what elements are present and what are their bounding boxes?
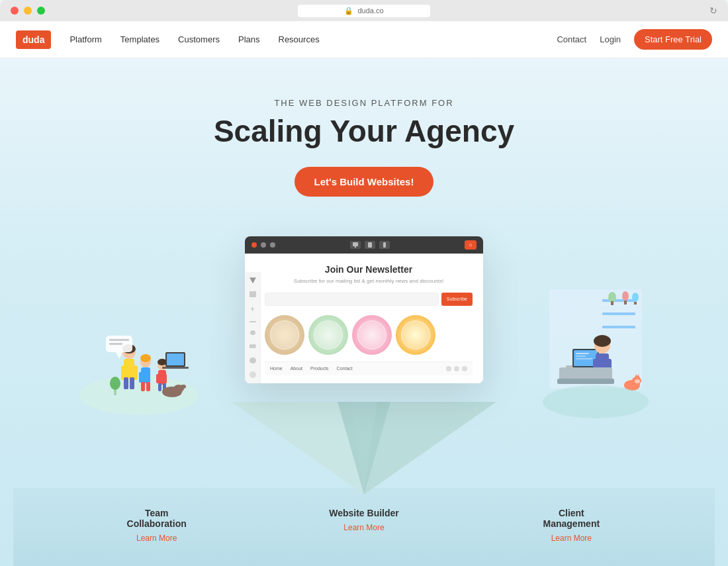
hero-cta-button[interactable]: Let's Build Websites! bbox=[295, 167, 434, 197]
svg-rect-17 bbox=[156, 374, 161, 383]
gear-icon bbox=[250, 371, 256, 378]
browser-device-icons bbox=[350, 241, 390, 249]
client-illustration bbox=[529, 263, 662, 422]
svg-rect-5 bbox=[124, 377, 128, 389]
browser-home[interactable]: ⌂ bbox=[465, 240, 477, 250]
svg-rect-35 bbox=[355, 246, 356, 248]
svg-rect-18 bbox=[162, 374, 167, 383]
svg-rect-34 bbox=[353, 242, 358, 246]
user-icon bbox=[250, 330, 255, 335]
svg-rect-47 bbox=[634, 302, 637, 305]
nav-right: Contact Login Start Free Trial bbox=[557, 29, 712, 50]
mac-window-chrome: 🔒 duda.co ↻ bbox=[0, 0, 728, 21]
food-image-2 bbox=[308, 315, 348, 355]
team-illustration bbox=[66, 250, 212, 422]
browser-close bbox=[251, 242, 257, 248]
feature-client-name: ClientManagement bbox=[468, 508, 675, 529]
mac-close-dot[interactable] bbox=[11, 7, 19, 15]
pencil-icon bbox=[250, 277, 256, 283]
svg-rect-12 bbox=[141, 382, 145, 391]
nav-templates[interactable]: Templates bbox=[120, 34, 159, 44]
svg-point-66 bbox=[543, 385, 649, 418]
illustration-area: ⌂ + Join Our Newsletter Subscrib bbox=[13, 236, 715, 488]
platform-shape bbox=[232, 402, 496, 495]
hero-section: THE WEB DESIGN PLATFORM FOR Scaling Your… bbox=[0, 58, 728, 566]
svg-point-44 bbox=[622, 291, 629, 301]
svg-point-46 bbox=[632, 293, 639, 302]
svg-rect-13 bbox=[146, 382, 150, 391]
nav-login[interactable]: Login bbox=[600, 34, 621, 44]
website-nav-bar: Home About Products Contact bbox=[265, 361, 473, 375]
food-images bbox=[265, 315, 473, 355]
newsletter-title: Join Our Newsletter bbox=[265, 264, 473, 275]
svg-marker-28 bbox=[116, 352, 122, 359]
cart-icon bbox=[250, 343, 256, 349]
mac-maximize-dot[interactable] bbox=[37, 7, 45, 15]
site-nav-products: Products bbox=[310, 366, 329, 371]
reload-button[interactable]: ↻ bbox=[709, 5, 717, 16]
svg-point-21 bbox=[158, 359, 167, 365]
svg-point-14 bbox=[140, 354, 151, 362]
food-image-1 bbox=[265, 315, 304, 355]
svg-point-58 bbox=[594, 335, 611, 347]
site-nav-contact: Contact bbox=[337, 366, 353, 371]
url-text: duda.co bbox=[357, 7, 383, 15]
newsletter-form: Subscribe bbox=[265, 293, 473, 306]
mac-minimize-dot[interactable] bbox=[24, 7, 32, 15]
svg-point-24 bbox=[181, 385, 186, 389]
navbar: duda Platform Templates Customers Plans … bbox=[0, 21, 728, 58]
media-icon bbox=[250, 321, 256, 322]
svg-rect-52 bbox=[576, 355, 586, 357]
svg-rect-51 bbox=[576, 353, 589, 354]
feature-client: ClientManagement Learn More bbox=[468, 508, 675, 543]
nav-customers[interactable]: Customers bbox=[178, 34, 220, 44]
svg-rect-11 bbox=[144, 372, 148, 383]
feature-team-learn[interactable]: Learn More bbox=[136, 534, 177, 543]
svg-rect-29 bbox=[109, 339, 129, 341]
svg-rect-53 bbox=[576, 358, 592, 359]
start-free-trial-button[interactable]: Start Free Trial bbox=[634, 29, 712, 50]
svg-rect-6 bbox=[130, 377, 134, 389]
feature-team-name: TeamCollaboration bbox=[53, 508, 260, 529]
feature-builder-learn[interactable]: Learn More bbox=[343, 523, 384, 532]
tablet-icon bbox=[365, 241, 375, 249]
svg-rect-45 bbox=[624, 301, 627, 305]
svg-rect-30 bbox=[109, 343, 122, 345]
svg-point-63 bbox=[635, 379, 640, 383]
feature-builder-name: Website Builder bbox=[260, 508, 467, 518]
hero-title: Scaling Your Agency bbox=[13, 115, 715, 148]
feature-client-learn[interactable]: Learn More bbox=[551, 534, 592, 543]
browser-social-icons bbox=[446, 366, 467, 371]
site-nav-about: About bbox=[291, 366, 302, 371]
mobile-icon bbox=[379, 241, 390, 249]
logo[interactable]: duda bbox=[16, 30, 51, 49]
layers-icon bbox=[250, 291, 256, 297]
feature-team: TeamCollaboration Learn More bbox=[53, 508, 260, 543]
svg-point-26 bbox=[110, 377, 120, 390]
nav-contact[interactable]: Contact bbox=[557, 34, 586, 44]
browser-mockup: ⌂ + Join Our Newsletter Subscrib bbox=[245, 236, 483, 383]
newsletter-email-input[interactable] bbox=[265, 293, 439, 306]
nav-platform[interactable]: Platform bbox=[69, 34, 101, 44]
svg-rect-10 bbox=[139, 372, 144, 383]
nav-resources[interactable]: Resources bbox=[279, 34, 320, 44]
social-icon-3 bbox=[462, 366, 467, 371]
svg-rect-39 bbox=[602, 299, 635, 302]
nav-links: Platform Templates Customers Plans Resou… bbox=[69, 34, 557, 44]
address-bar[interactable]: 🔒 duda.co bbox=[298, 5, 430, 17]
settings-icon bbox=[250, 357, 256, 364]
svg-rect-33 bbox=[162, 367, 189, 369]
svg-rect-37 bbox=[383, 242, 386, 248]
feature-builder: Website Builder Learn More bbox=[260, 508, 467, 543]
newsletter-subscribe-button[interactable]: Subscribe bbox=[441, 293, 473, 306]
browser-title-bar: ⌂ bbox=[245, 236, 483, 254]
plus-icon: + bbox=[250, 305, 255, 313]
svg-rect-36 bbox=[368, 242, 372, 248]
svg-rect-40 bbox=[602, 312, 635, 315]
browser-max bbox=[270, 242, 275, 248]
nav-plans[interactable]: Plans bbox=[238, 34, 260, 44]
food-image-3 bbox=[352, 315, 392, 355]
editor-content: Join Our Newsletter Subscribe for our ma… bbox=[245, 254, 483, 383]
svg-rect-43 bbox=[611, 301, 614, 305]
browser-min bbox=[261, 242, 266, 248]
